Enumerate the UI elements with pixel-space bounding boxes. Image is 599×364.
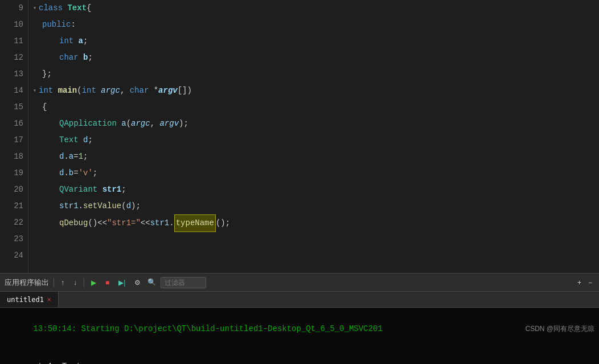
code-lines[interactable]: ▾ class Text{ public: int a; char b; [28, 0, 599, 273]
line-num-17: 17 [5, 132, 23, 148]
stop-icon: ■ [105, 279, 109, 287]
line-num-16: 16 [5, 115, 23, 132]
line-num-22: 22 [5, 214, 23, 231]
scroll-up-icon: ↑ [61, 279, 64, 287]
plus-minus-controls: + − [575, 278, 594, 288]
toolbar-plus-btn[interactable]: + [575, 278, 584, 288]
code-line-18: Text d; [33, 132, 599, 148]
output-line-2: str1= Text [5, 348, 594, 364]
code-line-21: QVariant str1; [33, 181, 599, 198]
panel-toolbar: 应用程序输出 ↑ ↓ ▶ ■ ▶| ⚙ 🔍 + − [0, 274, 599, 292]
bottom-panel: 应用程序输出 ↑ ↓ ▶ ■ ▶| ⚙ 🔍 + − [0, 273, 599, 364]
line-num-21: 21 [5, 198, 23, 214]
tab-close-icon[interactable]: ✕ [47, 296, 51, 303]
code-line-10: public: [33, 16, 599, 33]
code-line-20: d.b='v'; [33, 165, 599, 181]
code-line-23: qDebug()<<"str1="<<str1.typeName(); [33, 214, 599, 232]
line-num-14: 14 [5, 82, 23, 99]
timestamp: 13:50:14: [33, 324, 81, 333]
str1-text: str1= Text [33, 362, 81, 364]
toolbar-minus-btn[interactable]: − [586, 278, 594, 288]
code-line-11: int a; [33, 33, 599, 49]
starting-path: Starting D:\project\QT\build-untitled1-D… [81, 324, 382, 333]
line-num-15: 15 [5, 99, 23, 115]
code-line-22: str1.setValue(d); [33, 198, 599, 214]
line-num-18: 18 [5, 148, 23, 165]
panel-tabs: untitled1 ✕ [0, 292, 599, 308]
play-icon: ▶ [91, 279, 96, 287]
search-icon: 🔍 [147, 278, 156, 287]
output-line-1: 13:50:14: Starting D:\project\QT\build-u… [5, 310, 594, 348]
toolbar-settings-btn[interactable]: ⚙ [132, 278, 143, 288]
tab-untitled1[interactable]: untitled1 ✕ [0, 292, 59, 307]
scroll-down-icon: ↓ [73, 279, 77, 287]
gear-icon: ⚙ [134, 279, 141, 287]
toolbar-play-btn[interactable]: ▶ [89, 278, 99, 288]
fold-arrow-9[interactable]: ▾ [33, 0, 36, 16]
line-num-9: 9 [5, 0, 23, 16]
fold-arrow-14[interactable]: ▾ [33, 82, 36, 99]
toolbar-separator-2 [84, 278, 84, 287]
code-line-19: d.a=1; [33, 148, 599, 165]
line-num-13: 13 [5, 66, 23, 82]
tab-label: untitled1 [7, 296, 44, 304]
watermark: CSDN @同有尽意无琼 [525, 322, 594, 335]
toolbar-scroll-down[interactable]: ↓ [71, 278, 79, 288]
code-line-12: char b; [33, 49, 599, 66]
code-line-14: ▾ int main(int argc, char *argv[]) [33, 82, 599, 99]
line-num-19: 19 [5, 165, 23, 181]
code-line-13: }; [33, 66, 599, 82]
toolbar-scroll-up[interactable]: ↑ [59, 278, 67, 288]
code-line-16: QApplication a(argc, argv); [33, 115, 599, 132]
output-area: 13:50:14: Starting D:\project\QT\build-u… [0, 308, 599, 364]
line-num-10: 10 [5, 16, 23, 33]
code-editor: 9 10 11 12 13 14 15 16 17 18 19 20 21 22… [0, 0, 599, 273]
line-num-11: 11 [5, 33, 23, 49]
step-icon: ▶| [118, 279, 125, 287]
toolbar-separator-1 [54, 278, 54, 287]
toolbar-step-btn[interactable]: ▶| [116, 278, 128, 288]
line-num-20: 20 [5, 181, 23, 198]
line-num-12: 12 [5, 49, 23, 66]
code-content: 9 10 11 12 13 14 15 16 17 18 19 20 21 22… [0, 0, 599, 273]
line-numbers: 9 10 11 12 13 14 15 16 17 18 19 20 21 22… [0, 0, 28, 273]
panel-title: 应用程序输出 [5, 278, 49, 288]
line-num-23: 23 [5, 231, 23, 247]
line-num-24: 24 [5, 247, 23, 264]
code-line-9: ▾ class Text{ [33, 0, 599, 16]
filter-input[interactable] [161, 277, 206, 288]
code-line-15: { [33, 99, 599, 115]
toolbar-stop-btn[interactable]: ■ [103, 278, 112, 288]
